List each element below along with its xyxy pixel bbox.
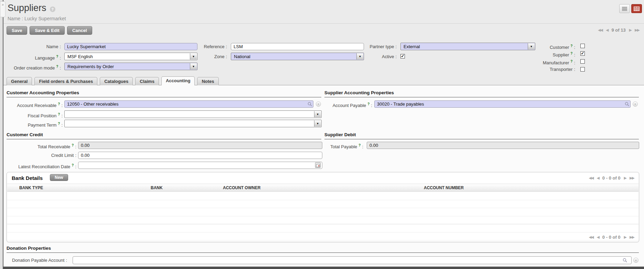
transporter-label: Transporter: xyxy=(495,66,575,73)
first-record-icon[interactable]: ◀◀ xyxy=(598,28,602,32)
save-edit-button[interactable]: Save & Edit xyxy=(30,26,65,35)
account-receivable-label: Account Receivable?: xyxy=(3,100,63,109)
column-account-owner[interactable]: ACCOUNT OWNER xyxy=(223,185,260,190)
save-button[interactable]: Save xyxy=(7,26,27,35)
manufacturer-label: Manufacturer?: xyxy=(495,58,575,66)
language-label: Language?: xyxy=(3,53,61,62)
column-bank-type[interactable]: BANK TYPE xyxy=(19,185,43,190)
first-page-icon[interactable]: ◀◀ xyxy=(589,176,593,180)
column-account-number[interactable]: ACCOUNT NUMBER xyxy=(424,185,464,190)
tab-notes[interactable]: Notes xyxy=(197,77,218,85)
latest-reconciliation-date-label: Latest Reconciliation Date?: xyxy=(3,162,76,170)
chevron-down-icon[interactable]: ▼ xyxy=(190,63,197,69)
account-payable-label: Account Payable?: xyxy=(324,100,372,109)
list-view-button[interactable] xyxy=(619,4,630,13)
active-label: Active: xyxy=(330,53,397,60)
supplier-checkbox[interactable]: ✓ xyxy=(580,51,585,56)
bank-pager-top: ◀◀ ◀ 0 - 0 of 0 ▶ ▶▶ xyxy=(589,175,634,181)
chevron-down-icon[interactable]: ▼ xyxy=(314,120,321,127)
prev-page-icon[interactable]: ◀ xyxy=(597,235,599,239)
expand-icon: » xyxy=(2,2,4,7)
help-icon: ? xyxy=(56,55,58,58)
table-row xyxy=(7,208,638,216)
latest-reconciliation-date-field[interactable] xyxy=(78,162,322,169)
chevron-down-icon[interactable]: ▼ xyxy=(314,111,321,117)
customer-accounting-section-title: Customer Accounting Properties xyxy=(7,90,321,97)
account-receivable-dropdown-icon[interactable]: ▼ xyxy=(316,101,321,107)
last-record-icon[interactable]: ▶▶ xyxy=(635,28,639,32)
accounting-tab-panel: Customer Accounting Properties Supplier … xyxy=(3,85,644,267)
donation-section-title: Donation Properties xyxy=(7,246,639,253)
order-creation-mode-select[interactable]: Requirements by Order ▼ xyxy=(64,63,197,70)
tab-accounting[interactable]: Accounting xyxy=(161,76,195,85)
search-icon[interactable] xyxy=(623,258,627,262)
bank-table-header: BANK TYPE BANK ACCOUNT OWNER ACCOUNT NUM… xyxy=(7,184,638,192)
help-icon: ? xyxy=(570,60,572,63)
transporter-checkbox[interactable] xyxy=(580,67,585,72)
next-record-icon[interactable]: ▶ xyxy=(629,28,631,32)
list-view-icon xyxy=(622,7,627,11)
account-receivable-field[interactable]: 12050 - Other receivables xyxy=(64,100,313,108)
last-page-icon[interactable]: ▶▶ xyxy=(630,235,634,239)
total-payable-field: 0.00 xyxy=(367,142,639,149)
table-row xyxy=(7,192,638,200)
tab-general[interactable]: General xyxy=(7,77,32,85)
active-checkbox[interactable]: ✓ xyxy=(400,54,405,58)
last-page-icon[interactable]: ▶▶ xyxy=(630,176,634,180)
help-icon: ? xyxy=(56,65,58,68)
next-page-icon[interactable]: ▶ xyxy=(624,176,626,180)
customer-credit-section-title: Customer Credit xyxy=(7,132,321,139)
bottom-bar xyxy=(3,267,644,269)
tab-catalogues[interactable]: Catalogues xyxy=(100,77,133,85)
first-page-icon[interactable]: ◀◀ xyxy=(589,235,593,239)
calendar-button[interactable] xyxy=(315,162,321,168)
table-row xyxy=(7,200,638,208)
sidebar-rail xyxy=(0,0,3,269)
title-help-icon[interactable]: ? xyxy=(50,7,55,12)
bank-details-title: Bank Details xyxy=(12,175,43,181)
search-icon[interactable] xyxy=(308,102,312,106)
help-icon: ? xyxy=(570,44,572,48)
order-creation-mode-label: Order creation mode?: xyxy=(3,63,61,72)
table-row xyxy=(7,216,638,225)
fiscal-position-label: Fiscal Position?: xyxy=(3,111,63,119)
sidebar-expand-toggle[interactable]: » xyxy=(0,1,6,17)
donation-payable-account-field[interactable] xyxy=(73,256,632,264)
next-page-icon[interactable]: ▶ xyxy=(624,235,626,239)
customer-checkbox[interactable] xyxy=(580,44,585,48)
tab-field-orders-purchases[interactable]: Field orders & Purchases xyxy=(34,77,97,85)
new-bank-button[interactable]: New xyxy=(50,174,68,181)
help-icon: ? xyxy=(72,163,74,167)
prev-record-icon[interactable]: ◀ xyxy=(606,28,608,32)
supplier-accounting-section-title: Supplier Accounting Properties xyxy=(324,90,639,97)
record-subtitle: Name : Lucky Supermarket xyxy=(8,16,66,21)
payment-term-label: Payment Term?: xyxy=(3,120,63,129)
suppliers-form-screen: » Suppliers ? Name : Lucky Supermarket xyxy=(0,0,644,269)
donation-payable-account-dropdown-icon[interactable]: ▼ xyxy=(633,258,638,263)
column-bank[interactable]: BANK xyxy=(151,185,163,190)
bank-details-box: Bank Details New ◀◀ ◀ 0 - 0 of 0 ▶ ▶▶ BA… xyxy=(7,172,639,242)
supplier-label: Supplier?: xyxy=(495,50,575,58)
account-payable-field[interactable]: 30020 - Trade payables xyxy=(374,100,631,108)
manufacturer-checkbox[interactable] xyxy=(580,59,585,64)
record-pager: ◀◀ ◀ 9 of 13 ▶ ▶▶ xyxy=(598,28,639,33)
search-icon[interactable] xyxy=(625,102,629,106)
cancel-button[interactable]: Cancel xyxy=(67,26,92,35)
bank-pager-count: 0 - 0 of 0 xyxy=(602,175,621,181)
total-receivable-label: Total Receivable?: xyxy=(3,142,76,150)
help-icon: ? xyxy=(58,112,60,116)
page-title: Suppliers xyxy=(8,3,46,13)
help-icon: ? xyxy=(72,143,74,147)
payment-term-select[interactable]: ▼ xyxy=(64,120,322,127)
account-payable-dropdown-icon[interactable]: ▼ xyxy=(633,101,638,107)
tab-claims[interactable]: Claims xyxy=(135,77,159,85)
header-divider xyxy=(3,23,644,24)
bank-table-body xyxy=(7,192,638,240)
bank-pager-count: 0 - 0 of 0 xyxy=(602,235,621,240)
credit-limit-field[interactable]: 0.00 xyxy=(78,152,322,159)
prev-page-icon[interactable]: ◀ xyxy=(597,176,599,180)
fiscal-position-select[interactable]: ▼ xyxy=(64,110,322,118)
form-view-button[interactable] xyxy=(631,4,642,13)
record-pager-count: 9 of 13 xyxy=(611,28,625,33)
table-row xyxy=(7,233,638,241)
